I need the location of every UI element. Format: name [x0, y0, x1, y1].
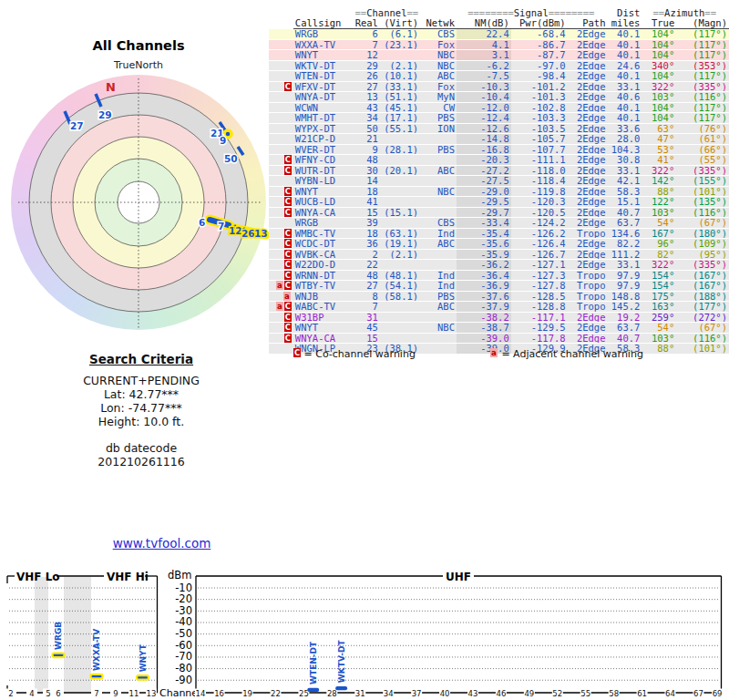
cell-az-true: 103°: [642, 92, 676, 103]
cell-path: 2Edge: [568, 29, 608, 40]
cell-real: 41: [355, 197, 380, 208]
cell-miles: 30.8: [608, 155, 642, 166]
cell-nm: -33.4: [457, 218, 511, 229]
cell-netwk: PBS: [420, 113, 457, 124]
cell-nm: -29.5: [457, 197, 511, 208]
svg-text:9: 9: [113, 689, 118, 698]
cell-az-true: 322°: [642, 260, 676, 271]
cell-path: 2Edge: [568, 60, 608, 71]
cell-netwk: NBC: [420, 60, 457, 71]
cell-real: 15: [355, 333, 380, 344]
cell-callsign: WNYA-CA: [293, 207, 355, 218]
cell-az-true: 154°: [642, 281, 676, 292]
cell-nm: -12.4: [457, 113, 511, 124]
cell-az-true: 163°: [642, 302, 676, 313]
channel-axis-title: Channel: [159, 687, 200, 699]
cell-nm: -38.2: [457, 312, 511, 323]
cell-az-magn: (117°): [676, 39, 729, 50]
cell-nm: -12.0: [457, 102, 511, 113]
cell-real: 21: [355, 134, 380, 145]
cell-virt: (51.1): [380, 92, 420, 103]
cell-pwr: -128.5: [511, 291, 568, 302]
adjacent-channel-warning-badge: a: [276, 302, 283, 311]
cell-pwr: -128.8: [511, 302, 568, 313]
cell-callsign: WYBN-LD: [293, 176, 355, 187]
cell-virt: (63.1): [380, 228, 420, 239]
cell-callsign: WTBY-TV: [293, 281, 355, 292]
cell-miles: 40.1: [608, 71, 642, 82]
cell-netwk: [420, 260, 457, 271]
cell-callsign: WRGB: [293, 218, 355, 229]
cell-path: 2Edge: [568, 186, 608, 197]
cell-callsign: WYPX-DT: [293, 123, 355, 134]
cell-az-true: 54°: [642, 218, 676, 229]
cell-pwr: -86.7: [511, 39, 568, 50]
table-row: aCWABC-TV7ABC-37.9-128.8Tropo145.2163°(1…: [269, 302, 729, 313]
svg-text:6: 6: [199, 217, 205, 228]
cell-az-magn: (335°): [676, 81, 729, 92]
cell-nm: -35.4: [457, 228, 511, 239]
antenna-height: Height: 10.0 ft.: [36, 415, 246, 428]
cell-pwr: -124.2: [511, 218, 568, 229]
cell-az-true: 322°: [642, 81, 676, 92]
table-row: WYBN-LD14-27.5-118.42Edge42.1142°(155°): [269, 176, 729, 187]
cell-callsign: WKTV-DT: [293, 60, 355, 71]
cell-callsign: WNYA-DT: [293, 92, 355, 103]
cell-path: 2Edge: [568, 207, 608, 218]
cell-real: 6: [355, 29, 380, 40]
svg-text:50: 50: [224, 153, 238, 164]
cell-az-true: 104°: [642, 50, 676, 61]
cell-miles: 58.3: [608, 186, 642, 197]
station-marker: [53, 654, 65, 657]
cell-az-true: 47°: [642, 134, 676, 145]
cell-netwk: [420, 155, 457, 166]
table-row: WNYA-DT13(51.1)MyN-10.4-101.32Edge40.610…: [269, 92, 729, 103]
cell-netwk: NBC: [420, 50, 457, 61]
table-row: CW31BP31-38.2-117.12Edge19.2259°(272°): [269, 312, 729, 323]
svg-text:22: 22: [271, 689, 281, 698]
cell-real: 14: [355, 176, 380, 187]
svg-text:26: 26: [241, 228, 255, 239]
cell-path: 2Edge: [568, 333, 608, 344]
cell-real: 12: [355, 50, 380, 61]
adjacent-channel-badge: a: [490, 348, 498, 357]
svg-text:2: 2: [8, 689, 13, 698]
cell-virt: (2.1): [380, 60, 420, 71]
station-marker: [137, 675, 149, 679]
svg-text:46: 46: [497, 689, 507, 698]
cell-miles: 104.3: [608, 144, 642, 155]
co-channel-warning-badge: C: [284, 229, 292, 238]
cell-az-magn: (167°): [676, 281, 729, 292]
svg-text:69: 69: [713, 689, 723, 698]
cell-virt: (54.1): [380, 281, 420, 292]
cell-callsign: WNYA-CA: [293, 333, 355, 344]
cell-real: 18: [355, 186, 380, 197]
table-row: W21CP-D21-14.8-105.72Edge28.047°(61°): [269, 134, 729, 145]
cell-netwk: PBS: [420, 144, 457, 155]
cell-miles: 145.2: [608, 302, 642, 313]
cell-az-magn: (188°): [676, 291, 729, 302]
tvfool-link[interactable]: www.tvfool.com: [113, 536, 211, 551]
cell-pwr: -107.7: [511, 144, 568, 155]
cell-path: 2Edge: [568, 50, 608, 61]
signal-group-header: ========Signal========: [457, 8, 608, 18]
cell-path: 2Edge: [568, 155, 608, 166]
cell-az-magn: (272°): [676, 312, 729, 323]
cell-miles: 40.1: [608, 29, 642, 40]
cell-az-magn: (117°): [676, 29, 729, 40]
cell-pwr: -103.5: [511, 123, 568, 134]
cell-az-magn: (55°): [676, 155, 729, 166]
cell-miles: 82.2: [608, 239, 642, 250]
cell-nm: -20.3: [457, 155, 511, 166]
cell-az-magn: (335°): [676, 260, 729, 271]
cell-netwk: CBS: [420, 218, 457, 229]
cell-virt: (20.1): [380, 165, 420, 176]
svg-text:14: 14: [196, 689, 206, 698]
cell-netwk: Ind: [420, 281, 457, 292]
cell-real: 45: [355, 323, 380, 334]
cell-pwr: -118.4: [511, 176, 568, 187]
svg-text:58: 58: [609, 689, 619, 698]
cell-nm: -12.6: [457, 123, 511, 134]
svg-text:11: 11: [129, 689, 139, 698]
cell-callsign: WFXV-DT: [293, 81, 355, 92]
